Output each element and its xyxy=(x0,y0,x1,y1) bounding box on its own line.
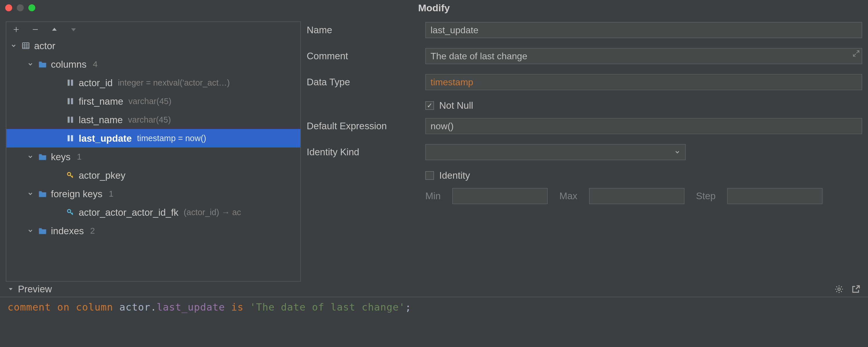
folder-icon xyxy=(38,153,48,160)
svg-rect-0 xyxy=(23,43,29,49)
move-up-button[interactable] xyxy=(50,25,59,34)
svg-rect-8 xyxy=(71,135,73,141)
tree-node-table[interactable]: actor xyxy=(6,36,300,55)
minimize-window-button[interactable] xyxy=(17,4,24,11)
svg-rect-7 xyxy=(68,135,70,141)
tree-node-label: indexes xyxy=(51,226,84,236)
step-label: Step xyxy=(696,191,716,201)
identity-label: Identity xyxy=(439,170,470,181)
chevron-down-icon xyxy=(27,228,34,234)
sql-identifier: actor xyxy=(120,301,151,313)
sql-keyword: is xyxy=(231,301,244,313)
chevron-down-icon xyxy=(7,286,14,292)
tree-toolbar xyxy=(6,22,300,36)
zoom-window-button[interactable] xyxy=(28,4,35,11)
svg-rect-6 xyxy=(71,117,73,123)
tree-node-foreign-keys[interactable]: foreign keys 1 xyxy=(6,185,300,203)
remove-button[interactable] xyxy=(31,25,40,34)
folder-icon xyxy=(38,190,48,197)
tree-node-count: 1 xyxy=(109,190,114,198)
tree-node-key[interactable]: · actor_pkey xyxy=(6,166,300,185)
preview-sql: comment on column actor.last_update is '… xyxy=(0,297,868,317)
sql-punct: ; xyxy=(405,301,411,313)
tree-node-label: first_name xyxy=(79,97,123,106)
min-field[interactable] xyxy=(452,188,548,204)
column-icon xyxy=(65,116,75,124)
expand-icon[interactable] xyxy=(852,50,860,57)
chevron-down-icon xyxy=(27,61,34,67)
table-icon xyxy=(21,41,31,50)
open-external-icon[interactable] xyxy=(851,285,861,294)
identity-kind-select[interactable] xyxy=(425,144,686,160)
tree-node-count: 2 xyxy=(90,227,95,235)
max-label: Max xyxy=(559,191,577,201)
name-field[interactable] xyxy=(425,22,862,38)
tree-node-meta: timestamp = now() xyxy=(137,134,206,143)
structure-tree-panel: actor columns 4 · xyxy=(6,22,301,282)
add-button[interactable] xyxy=(11,25,21,34)
tree-node-label: actor_id xyxy=(79,78,113,88)
not-null-label: Not Null xyxy=(439,100,473,111)
structure-tree[interactable]: actor columns 4 · xyxy=(6,36,300,281)
folder-icon xyxy=(38,227,48,234)
tree-node-column[interactable]: · actor_id integer = nextval('actor_act…… xyxy=(6,73,300,92)
tree-node-meta: (actor_id) → ac xyxy=(184,208,241,217)
chevron-down-icon xyxy=(10,42,18,49)
chevron-down-icon xyxy=(27,191,34,197)
tree-node-column[interactable]: · first_name varchar(45) xyxy=(6,92,300,111)
svg-rect-4 xyxy=(71,98,73,104)
svg-rect-5 xyxy=(68,117,70,123)
tree-node-keys[interactable]: keys 1 xyxy=(6,148,300,166)
tree-node-indexes[interactable]: indexes 2 xyxy=(6,221,300,240)
key-icon xyxy=(65,171,75,179)
tree-node-label: last_update xyxy=(79,134,132,143)
step-field[interactable] xyxy=(727,188,823,204)
window-title: Modify xyxy=(0,2,868,13)
column-icon xyxy=(65,134,75,142)
gear-icon[interactable] xyxy=(834,285,844,294)
comment-label: Comment xyxy=(307,51,423,62)
tree-node-column-selected[interactable]: · last_update timestamp = now() xyxy=(6,129,300,148)
column-icon xyxy=(65,78,75,87)
tree-node-meta: integer = nextval('actor_act…) xyxy=(118,78,230,87)
tree-node-label: actor_actor_actor_id_fk xyxy=(79,208,179,217)
tree-node-label: actor_pkey xyxy=(79,170,125,180)
not-null-checkbox[interactable]: ✓ xyxy=(425,101,434,110)
tree-node-label: actor xyxy=(34,41,55,51)
sql-keyword: column xyxy=(76,301,113,313)
svg-rect-3 xyxy=(68,98,70,104)
main-split: actor columns 4 · xyxy=(0,15,868,282)
sql-identifier: last_update xyxy=(157,301,225,313)
sql-punct: . xyxy=(151,301,157,313)
tree-node-count: 4 xyxy=(93,60,97,68)
default-expression-field[interactable] xyxy=(425,118,862,134)
sql-keyword: on xyxy=(57,301,70,313)
tree-node-meta: varchar(45) xyxy=(128,97,171,105)
tree-node-label: keys xyxy=(51,152,71,162)
tree-node-meta: varchar(45) xyxy=(128,116,171,124)
identity-checkbox[interactable] xyxy=(425,171,434,180)
tree-node-label: last_name xyxy=(79,115,123,125)
tree-node-label: foreign keys xyxy=(51,189,102,199)
data-type-field[interactable] xyxy=(425,74,862,90)
move-down-button[interactable] xyxy=(69,25,78,34)
column-icon xyxy=(65,97,75,105)
svg-rect-1 xyxy=(68,80,70,86)
modify-dialog: Modify xyxy=(0,0,868,347)
data-type-label: Data Type xyxy=(307,76,423,88)
chevron-down-icon xyxy=(27,154,34,160)
comment-field[interactable] xyxy=(425,48,862,64)
tree-node-foreign-key[interactable]: · actor_actor_actor_id_fk (actor_id) → a… xyxy=(6,203,300,221)
sql-string: 'The date of last change' xyxy=(250,301,405,313)
preview-header[interactable]: Preview xyxy=(0,282,868,297)
foreign-key-icon xyxy=(65,209,75,216)
tree-node-columns[interactable]: columns 4 xyxy=(6,55,300,73)
min-label: Min xyxy=(425,191,441,201)
titlebar: Modify xyxy=(0,0,868,15)
identity-kind-label: Identity Kind xyxy=(307,147,423,158)
close-window-button[interactable] xyxy=(5,4,12,11)
tree-node-column[interactable]: · last_name varchar(45) xyxy=(6,111,300,129)
default-expression-label: Default Expression xyxy=(307,121,423,132)
column-form: Name Comment Data Type ✓ xyxy=(307,22,862,282)
max-field[interactable] xyxy=(589,188,685,204)
